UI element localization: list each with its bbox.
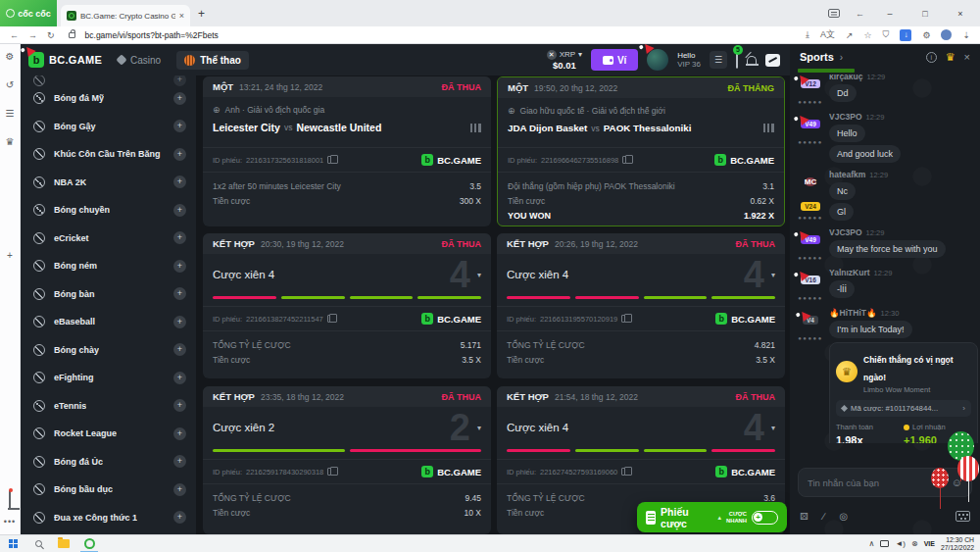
user-info[interactable]: Hello VIP 36 [677, 51, 701, 69]
bet-code-link[interactable]: Mã cược: #1011764844...› [836, 400, 971, 417]
tray-expand-icon[interactable]: ∧ [869, 539, 875, 548]
tab-sports[interactable]: Thể thao [176, 51, 249, 70]
tab-close-icon[interactable]: × [179, 11, 184, 21]
trophy-icon[interactable]: ♛ [946, 51, 956, 64]
minimize-button[interactable]: – [880, 9, 900, 19]
chat-username[interactable]: hateafkm [829, 170, 865, 179]
expand-plus-icon[interactable]: + [173, 343, 186, 356]
expand-plus-icon[interactable]: + [173, 316, 186, 328]
wallet-button[interactable]: Ví [591, 49, 638, 71]
sidebar-item-ecricket[interactable]: eCricket+ [21, 225, 196, 253]
sidebar-item-ebaseball[interactable]: eBaseball+ [21, 308, 196, 336]
chevron-right-icon[interactable]: › [840, 52, 843, 63]
expand-plus-icon[interactable]: + [173, 176, 186, 188]
gif-keyboard-icon[interactable] [956, 511, 970, 522]
tab-search-icon[interactable] [828, 9, 840, 18]
stats-icon[interactable] [470, 124, 481, 132]
sidebar-item-etennis[interactable]: eTennis+ [21, 392, 196, 421]
close-chat-icon[interactable]: × [964, 51, 970, 63]
reload-icon[interactable]: ↻ [47, 30, 55, 40]
expand-plus-icon[interactable]: + [173, 483, 186, 496]
settings-gear-icon[interactable]: ⚙ [0, 50, 20, 63]
language-indicator[interactable]: VIE [924, 540, 935, 547]
sidebar-item-handball[interactable]: Bóng ném+ [21, 252, 196, 280]
start-button[interactable] [0, 535, 25, 552]
collapse-arrow-icon[interactable]: ← [856, 9, 864, 19]
tab-casino[interactable]: Casino [110, 51, 169, 70]
file-explorer-button[interactable] [51, 535, 76, 552]
quick-bet-toggle[interactable]: + [752, 511, 778, 525]
newsfeed-icon[interactable]: ☰ [0, 107, 20, 120]
copy-icon[interactable] [327, 156, 334, 164]
chat-username[interactable]: VJC3PO [829, 227, 862, 237]
notifications-bell-icon[interactable] [9, 490, 11, 508]
sidebar-item-table-tennis[interactable]: Bóng bàn+ [21, 280, 196, 309]
expand-caret-icon[interactable]: ▾ [477, 424, 481, 432]
back-icon[interactable]: ← [10, 30, 19, 40]
expand-plus-icon[interactable]: + [173, 120, 186, 132]
bookmark-star-icon[interactable]: ☆ [864, 30, 872, 40]
copy-icon[interactable] [621, 315, 628, 323]
sidebar-item-rocket-league[interactable]: Rocket League+ [21, 420, 196, 448]
betslip-button[interactable]: Phiếu cược ▴ CƯỢCNHANH + [637, 502, 787, 532]
expand-caret-icon[interactable]: ▾ [477, 271, 481, 279]
sidebar-item-aussie-rules[interactable]: Bóng đá Úc+ [21, 448, 196, 477]
browser-tab[interactable]: BC.Game: Crypto Casino Gan × [61, 5, 190, 26]
coccoc-brand[interactable]: cốc cốc [0, 0, 57, 26]
info-icon[interactable]: i [926, 52, 937, 63]
expand-caret-icon[interactable]: ▾ [771, 271, 775, 279]
chat-username[interactable]: kırçakuç [829, 75, 863, 81]
chat-username[interactable]: VJC3PO [829, 112, 862, 122]
avatar[interactable]: MC [805, 177, 816, 186]
sidebar-item-nba2k[interactable]: NBA 2K+ [21, 169, 196, 197]
chat-toggle-icon[interactable] [765, 54, 780, 67]
translate-icon[interactable]: A文 [820, 28, 835, 41]
sidebar-item-ice-hockey[interactable]: Khúc Côn Cầu Trên Băng+ [21, 140, 196, 169]
profile-avatar-icon[interactable] [941, 29, 952, 40]
chat-input[interactable] [808, 477, 952, 488]
expand-plus-icon[interactable]: + [173, 92, 186, 105]
user-avatar[interactable] [647, 49, 668, 71]
more-options-icon[interactable]: ••• [0, 517, 20, 527]
close-button[interactable]: × [951, 9, 970, 19]
history-icon[interactable]: ↺ [0, 78, 20, 91]
copy-icon[interactable] [327, 315, 334, 323]
expand-plus-icon[interactable]: + [173, 231, 186, 244]
sidebar-item-efighting[interactable]: eFighting+ [21, 364, 196, 392]
network-icon[interactable] [880, 540, 889, 547]
download-manager-icon[interactable]: ↓ [900, 29, 911, 41]
save-page-icon[interactable]: ⤓ [806, 29, 809, 40]
sidebar-item-formula1[interactable]: Đua xe Công thức 1+ [21, 504, 196, 532]
dice-icon[interactable]: ⚄ [800, 511, 808, 522]
stats-icon[interactable] [763, 124, 774, 132]
sidebar-item-baseball[interactable]: Bóng chày+ [21, 336, 196, 365]
forward-icon[interactable]: → [28, 30, 37, 40]
expand-plus-icon[interactable]: + [173, 148, 186, 161]
coccoc-taskbar-button[interactable] [76, 535, 102, 552]
new-tab-button[interactable]: + [198, 7, 205, 21]
volume-icon[interactable]: ◄) [895, 539, 906, 548]
share-icon[interactable]: ↗ [846, 30, 854, 40]
copy-icon[interactable] [621, 468, 628, 476]
expand-plus-icon[interactable]: + [173, 511, 186, 524]
sidebar-item-american-football[interactable]: Bóng đá Mỹ+ [21, 84, 196, 113]
chat-channel-title[interactable]: Sports [800, 51, 834, 63]
sidebar-item-partial[interactable]: + [21, 75, 196, 84]
expand-plus-icon[interactable]: + [173, 399, 186, 412]
bcgame-logo[interactable]: b BC.GAME [28, 52, 102, 68]
sidebar-item-rugby[interactable]: Bóng bầu dục+ [21, 476, 196, 504]
messages-button[interactable]: 5 [736, 51, 738, 69]
commands-slash-icon[interactable]: ∕ [823, 511, 825, 522]
maximize-button[interactable]: □ [915, 9, 935, 19]
expand-plus-icon[interactable]: + [173, 260, 186, 273]
expand-caret-icon[interactable]: ▾ [771, 424, 775, 432]
coin-tip-icon[interactable]: ◎ [839, 511, 848, 522]
shield-icon[interactable]: ⛉ [883, 29, 890, 40]
downloads-icon[interactable]: ⇣ [962, 30, 970, 40]
extension-icon[interactable]: ⚙ [922, 30, 930, 40]
chat-username[interactable]: 🔥HiTHiT🔥 [829, 308, 877, 318]
expand-plus-icon[interactable]: + [173, 427, 186, 440]
add-shortcut-icon[interactable]: + [0, 249, 20, 262]
chat-username[interactable]: YalnızKurt [829, 268, 870, 277]
expand-plus-icon[interactable]: + [173, 455, 186, 468]
